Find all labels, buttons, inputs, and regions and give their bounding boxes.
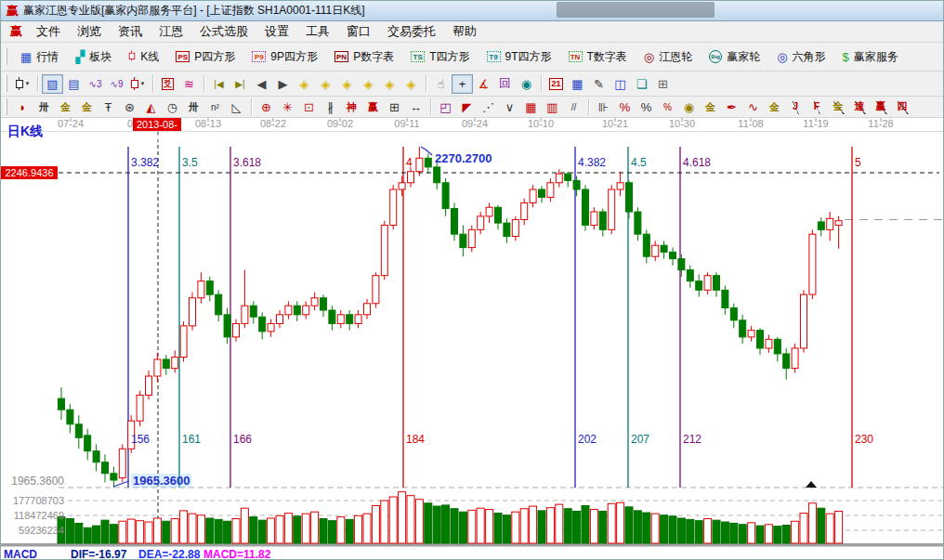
percent-retrace-icon[interactable]: %	[657, 98, 678, 117]
numbered-grid-icon[interactable]: ⊞	[384, 98, 405, 117]
gann-wheel-button[interactable]: ◎江恩轮	[636, 45, 701, 69]
next-page-icon[interactable]: ▶	[272, 74, 294, 94]
red-marker-tool-icon[interactable]: ◭	[140, 98, 162, 117]
time-ruler-icon[interactable]: 卅	[33, 98, 55, 117]
four-angle-icon[interactable]: 四	[892, 98, 913, 117]
menu-item-7[interactable]: 工具	[297, 21, 338, 42]
red-grid-2-icon[interactable]: ▥	[542, 98, 563, 117]
zoom-star-icon[interactable]: ◈	[379, 74, 400, 94]
9t-square-button[interactable]: T99T四方形	[479, 45, 560, 69]
gold-circle-icon[interactable]: ◉	[678, 98, 700, 117]
shen-tool-icon[interactable]: 神	[341, 98, 362, 117]
angle-measure-icon[interactable]: ∡	[473, 74, 494, 94]
menu-item-9[interactable]: 交易委托	[379, 21, 444, 42]
golden-section-2-icon[interactable]: 金	[764, 98, 785, 117]
p-square-button[interactable]: PSP四方形	[167, 45, 243, 69]
first-page-icon[interactable]: |◀	[208, 74, 229, 94]
toolbar-grip[interactable]	[5, 98, 7, 115]
expand-horizontal-icon[interactable]: ◈	[336, 74, 358, 94]
gann-shell-tool-icon[interactable]: ◗	[12, 98, 33, 117]
red-grid-icon[interactable]: ▦	[520, 98, 542, 117]
trend-lines-icon[interactable]: ⋰	[478, 98, 499, 117]
gann-box-icon[interactable]: 回	[494, 74, 516, 94]
t-number-table-button[interactable]: TNT数字表	[560, 45, 636, 69]
winner-service-button[interactable]: $赢家服务	[834, 45, 907, 69]
crosshair-icon[interactable]: +	[452, 74, 473, 94]
time-cycle-clock-icon[interactable]: ◷	[162, 98, 183, 117]
width-measure-icon[interactable]: ↔	[405, 98, 426, 117]
golden-section-icon[interactable]: 金	[700, 98, 721, 117]
menu-item-6[interactable]: 设置	[256, 21, 297, 42]
candle-style-selector[interactable]: ▼	[127, 74, 149, 94]
compress-left-icon[interactable]: ◈	[294, 74, 315, 94]
spiral-ruler-icon[interactable]: ⊛	[119, 98, 140, 117]
menu-item-4[interactable]: 江恩	[151, 21, 191, 42]
menu-item-5[interactable]: 公式选股	[191, 21, 256, 42]
compress-all-icon[interactable]: ◈	[358, 74, 379, 94]
percent-line-icon[interactable]: %	[614, 98, 636, 117]
parallel-lines-icon[interactable]: //	[563, 98, 584, 117]
chart-canvas[interactable]	[1, 118, 944, 560]
sectors-button[interactable]: ▞板块	[67, 45, 120, 69]
remote-service-icon[interactable]: ⊞	[652, 74, 674, 94]
menu-item-8[interactable]: 窗口	[338, 21, 379, 42]
tick-ruler-icon[interactable]: 卅	[183, 98, 204, 117]
kline-button[interactable]: K线	[120, 45, 167, 69]
invert-colors-icon[interactable]: ▧	[42, 74, 63, 94]
toolbar-grip[interactable]	[5, 75, 7, 92]
f10-info-icon[interactable]: ▤	[63, 74, 85, 94]
n-square-icon[interactable]: n²	[204, 98, 226, 117]
gold-grid-2-icon[interactable]: 金	[76, 98, 98, 117]
circle-cross-icon[interactable]: ⊕	[256, 98, 277, 117]
k-gap-tool-icon[interactable]: ∦	[320, 98, 341, 117]
prev-page-icon[interactable]: ◀	[251, 74, 272, 94]
box-rays-icon[interactable]: ◤	[456, 98, 478, 117]
t-square-button[interactable]: TST四方形	[402, 45, 478, 69]
minute9-chart-icon[interactable]: ∿9	[106, 74, 127, 94]
f-angle-icon[interactable]: F	[806, 98, 828, 117]
angle-ruler-icon[interactable]: ◺	[226, 98, 247, 117]
calculator-icon[interactable]: ▦	[567, 74, 588, 94]
chart-area[interactable]: 07-2408-1308-2209-0209-1109-2410-1010-21…	[1, 118, 944, 560]
ying-angle-icon[interactable]: 赢	[871, 98, 892, 117]
menu-item-1[interactable]: 文件	[28, 21, 69, 42]
box-fan-icon[interactable]: ◰	[435, 98, 456, 117]
kline-pattern-icon[interactable]: 爻	[157, 74, 178, 94]
p-number-table-button[interactable]: PNP数字表	[326, 45, 402, 69]
hexagon-button[interactable]: ◎六角形	[768, 45, 833, 69]
ying-tool-icon[interactable]: 赢	[362, 98, 384, 117]
volume-profile-icon[interactable]: ≋	[178, 74, 200, 94]
expand-all-icon[interactable]: ◈	[400, 74, 422, 94]
minute3-chart-icon[interactable]: ∿3	[85, 74, 106, 94]
notes-icon[interactable]: ✎	[588, 74, 610, 94]
ink-tool-icon[interactable]: ✒	[721, 98, 742, 117]
gold-grid-1-icon[interactable]: 金	[55, 98, 76, 117]
9p-square-button[interactable]: P99P四方形	[243, 45, 326, 69]
j-angle-icon[interactable]: J	[785, 98, 806, 117]
star-grid-icon[interactable]: ✳	[277, 98, 298, 117]
percent-icon[interactable]: %	[636, 98, 657, 117]
winner-wheel-button[interactable]: Big赢家轮	[701, 45, 768, 69]
calendar-icon[interactable]: 21	[545, 74, 567, 94]
menu-item-3[interactable]: 资讯	[110, 21, 151, 42]
menu-item-10[interactable]: 帮助	[444, 21, 485, 42]
measure-bars-icon[interactable]: ⊪	[593, 98, 614, 117]
web-data-icon[interactable]: ❏	[631, 74, 652, 94]
wave-ruler-icon[interactable]: ∿	[742, 98, 764, 117]
period-selector[interactable]: ▼	[12, 74, 33, 94]
hand-tool-icon[interactable]: ☝	[430, 74, 452, 94]
p-square-icon: PS	[176, 51, 190, 62]
save-icon[interactable]: ◫	[610, 74, 631, 94]
macd-indicator-label[interactable]: MACD	[4, 548, 37, 560]
gold-angle-icon[interactable]: 金	[828, 98, 849, 117]
last-page-icon[interactable]: ▶|	[229, 74, 251, 94]
f-ruler-icon[interactable]: Ŧ	[98, 98, 119, 117]
menu-item-2[interactable]: 浏览	[69, 21, 110, 42]
zigzag-icon[interactable]: ∨	[499, 98, 520, 117]
toolbar-grip[interactable]	[5, 48, 7, 65]
speed-angle-icon[interactable]: 速	[849, 98, 871, 117]
compress-right-icon[interactable]: ◈	[315, 74, 336, 94]
spiral-icon[interactable]: ◉	[516, 74, 537, 94]
quotes-button[interactable]: ▦行情	[12, 45, 67, 69]
dotted-square-icon[interactable]: ⊡	[298, 98, 320, 117]
